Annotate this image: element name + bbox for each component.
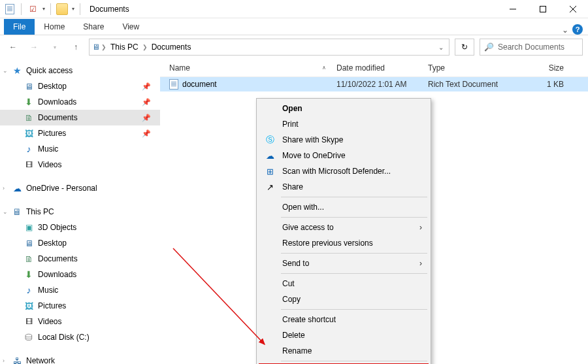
column-headers: Name∧ Date modified Type Size (160, 59, 588, 77)
sidebar-item-downloads[interactable]: ⬇Downloads📌 (0, 94, 160, 110)
document-folder-icon: 🗎 (24, 112, 34, 123)
desktop-icon: 🖥 (24, 238, 34, 248)
chevron-down-icon[interactable]: ⌄ (3, 67, 8, 74)
tab-share[interactable]: Share (74, 19, 113, 35)
file-name: document (182, 80, 217, 89)
ctx-copy[interactable]: Copy (259, 291, 429, 307)
sidebar-item-cdrive[interactable]: ⛁Local Disk (C:) (0, 329, 160, 345)
video-icon: 🎞 (24, 316, 34, 327)
ctx-print[interactable]: Print (259, 116, 429, 132)
share-icon: ↗ (264, 182, 276, 192)
sidebar-item-desktop[interactable]: 🖥Desktop📌 (0, 78, 160, 94)
nav-recent-dropdown[interactable]: ▾ (47, 39, 63, 55)
sidebar-item-music[interactable]: ♪Music (0, 141, 160, 157)
tab-home[interactable]: Home (35, 19, 74, 35)
navigation-pane[interactable]: ⌄ ★ Quick access 🖥Desktop📌 ⬇Downloads📌 🗎… (0, 59, 160, 364)
file-size: 1 KB (504, 80, 569, 89)
search-box[interactable]: 🔍 Search Documents (480, 39, 583, 56)
file-type: Rich Text Document (423, 80, 504, 89)
sidebar-item-documents2[interactable]: 🗎Documents (0, 251, 160, 267)
ctx-share[interactable]: ↗Share (259, 179, 429, 195)
nav-back-button[interactable]: ← (5, 39, 21, 55)
nav-forward-button[interactable]: → (26, 39, 42, 55)
ctx-cut[interactable]: Cut (259, 276, 429, 291)
star-icon: ★ (12, 65, 22, 76)
ctx-skype[interactable]: ⓈShare with Skype (259, 132, 429, 148)
quick-access-toolbar: ☑ ▾ ▾ Documents (4, 3, 129, 15)
sidebar-item-pictures2[interactable]: 🖼Pictures (0, 298, 160, 314)
sidebar-item-videos2[interactable]: 🎞Videos (0, 314, 160, 329)
sidebar-item-music2[interactable]: ♪Music (0, 282, 160, 298)
address-dropdown-icon[interactable]: ⌄ (436, 44, 446, 51)
pc-icon: 🖥 (12, 207, 22, 217)
ctx-defender[interactable]: ⊞Scan with Microsoft Defender... (259, 163, 429, 179)
ctx-delete[interactable]: Delete (259, 327, 429, 343)
context-menu: Open Print ⓈShare with Skype ☁Move to On… (256, 98, 431, 364)
sidebar-item-videos[interactable]: 🎞Videos (0, 157, 160, 173)
sidebar-network[interactable]: ›🖧Network (0, 353, 160, 364)
ctx-giveaccess[interactable]: Give access to› (259, 220, 429, 235)
shield-icon: ⊞ (264, 167, 276, 176)
drive-icon: ⛁ (24, 332, 34, 342)
sort-asc-icon: ∧ (322, 65, 326, 71)
ctx-openwith[interactable]: Open with... (259, 199, 429, 215)
column-type[interactable]: Type (423, 63, 504, 73)
download-icon: ⬇ (24, 269, 34, 280)
pin-icon: 📌 (142, 114, 151, 122)
titlebar: ☑ ▾ ▾ Documents (0, 0, 588, 18)
document-folder-icon: 🗎 (24, 254, 34, 264)
expand-ribbon-icon[interactable]: ⌄ (558, 25, 572, 35)
address-bar[interactable]: 🖥 ❯ This PC ❯ Documents ⌄ (89, 39, 449, 56)
qat-dropdown-icon[interactable]: ▾ (42, 6, 45, 12)
tab-view[interactable]: View (113, 19, 148, 35)
sidebar-thispc[interactable]: ⌄🖥This PC (0, 204, 160, 220)
ctx-shortcut[interactable]: Create shortcut (259, 312, 429, 327)
video-icon: 🎞 (24, 159, 34, 170)
chevron-down-icon[interactable]: ⌄ (3, 208, 8, 215)
chevron-right-icon[interactable]: › (3, 357, 5, 364)
pin-icon: 📌 (142, 82, 151, 91)
properties-check-icon[interactable]: ☑ (27, 3, 39, 15)
help-button[interactable]: ? (572, 24, 583, 35)
svg-rect-1 (540, 6, 546, 12)
sidebar-item-3dobjects[interactable]: ▣3D Objects (0, 220, 160, 235)
nav-up-button[interactable]: ↑ (68, 39, 84, 55)
close-button[interactable] (558, 0, 588, 18)
separator (281, 253, 427, 254)
sidebar-quick-access[interactable]: ⌄ ★ Quick access (0, 63, 160, 78)
submenu-arrow-icon: › (419, 259, 422, 268)
column-date[interactable]: Date modified (331, 63, 423, 73)
ctx-restore[interactable]: Restore previous versions (259, 235, 429, 251)
refresh-button[interactable]: ↻ (455, 39, 474, 56)
pin-icon: 📌 (142, 98, 151, 107)
chevron-right-icon[interactable]: ❯ (142, 44, 148, 50)
chevron-right-icon[interactable]: › (3, 185, 5, 191)
separator (281, 273, 427, 274)
tab-file[interactable]: File (4, 19, 35, 35)
file-row[interactable]: document 11/10/2022 1:01 AM Rich Text Do… (160, 77, 588, 91)
minimize-button[interactable] (498, 0, 528, 18)
sidebar-onedrive[interactable]: ›☁OneDrive - Personal (0, 180, 160, 196)
maximize-button[interactable] (528, 0, 558, 18)
search-icon: 🔍 (484, 42, 494, 52)
separator (281, 217, 427, 218)
ctx-open[interactable]: Open (259, 101, 429, 116)
pc-icon: 🖥 (92, 42, 100, 52)
column-size[interactable]: Size (504, 63, 569, 73)
ctx-rename[interactable]: Rename (259, 343, 429, 359)
column-name[interactable]: Name∧ (160, 63, 331, 73)
music-icon: ♪ (24, 285, 34, 295)
separator (281, 197, 427, 197)
search-placeholder: Search Documents (498, 42, 564, 52)
breadcrumb-documents[interactable]: Documents (149, 42, 194, 52)
sidebar-item-desktop2[interactable]: 🖥Desktop (0, 235, 160, 251)
sidebar-item-downloads2[interactable]: ⬇Downloads (0, 267, 160, 282)
ctx-onedrive[interactable]: ☁Move to OneDrive (259, 148, 429, 163)
folder-dropdown-icon[interactable]: ▾ (72, 6, 74, 12)
window-title: Documents (90, 5, 129, 14)
sidebar-item-documents[interactable]: 🗎Documents📌 (0, 110, 160, 125)
ctx-sendto[interactable]: Send to› (259, 256, 429, 271)
chevron-right-icon[interactable]: ❯ (101, 44, 106, 50)
breadcrumb-thispc[interactable]: This PC (108, 42, 141, 52)
sidebar-item-pictures[interactable]: 🖼Pictures📌 (0, 125, 160, 141)
